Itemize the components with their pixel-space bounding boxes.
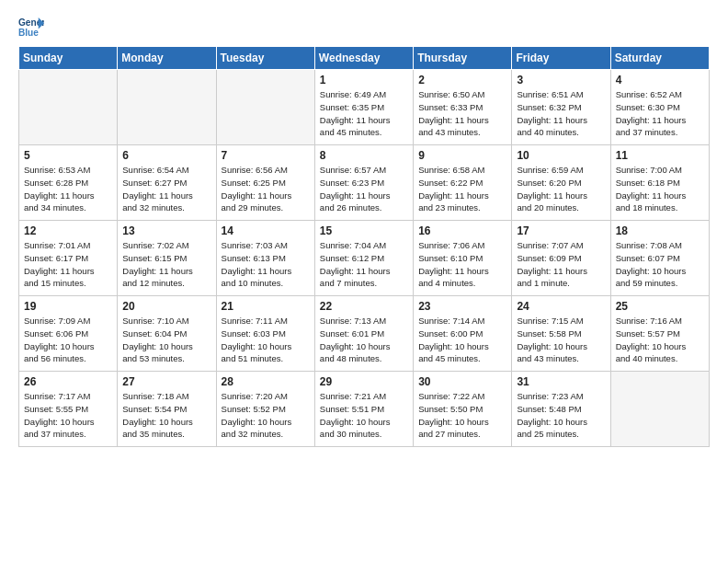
- day-number: 1: [320, 74, 408, 86]
- calendar-cell: 16Sunrise: 7:06 AM Sunset: 6:10 PM Dayli…: [414, 221, 512, 296]
- day-info: Sunrise: 7:13 AM Sunset: 6:01 PM Dayligh…: [320, 315, 408, 365]
- day-number: 17: [517, 224, 605, 237]
- weekday-header-wednesday: Wednesday: [314, 47, 413, 70]
- day-number: 7: [222, 149, 310, 162]
- day-info: Sunrise: 7:14 AM Sunset: 6:00 PM Dayligh…: [418, 315, 506, 365]
- day-info: Sunrise: 7:01 AM Sunset: 6:17 PM Dayligh…: [24, 239, 112, 290]
- calendar-cell: 10Sunrise: 6:59 AM Sunset: 6:20 PM Dayli…: [512, 145, 610, 221]
- weekday-header-tuesday: Tuesday: [216, 47, 314, 70]
- day-info: Sunrise: 7:07 AM Sunset: 6:09 PM Dayligh…: [517, 239, 605, 290]
- calendar-cell: 29Sunrise: 7:21 AM Sunset: 5:51 PM Dayli…: [314, 372, 413, 447]
- day-number: 31: [517, 375, 605, 388]
- day-number: 13: [122, 224, 210, 237]
- day-number: 3: [517, 74, 605, 86]
- week-row-1: 5Sunrise: 6:53 AM Sunset: 6:28 PM Daylig…: [19, 145, 710, 221]
- day-number: 30: [418, 375, 506, 388]
- week-row-0: 1Sunrise: 6:49 AM Sunset: 6:35 PM Daylig…: [19, 70, 710, 145]
- calendar-cell: 7Sunrise: 6:56 AM Sunset: 6:25 PM Daylig…: [216, 145, 314, 221]
- calendar-cell: 23Sunrise: 7:14 AM Sunset: 6:00 PM Dayli…: [414, 296, 512, 372]
- weekday-header-sunday: Sunday: [19, 47, 118, 70]
- day-number: 16: [418, 224, 506, 237]
- day-number: 23: [418, 300, 506, 313]
- calendar-cell: 11Sunrise: 7:00 AM Sunset: 6:18 PM Dayli…: [610, 145, 709, 221]
- day-info: Sunrise: 6:51 AM Sunset: 6:32 PM Dayligh…: [517, 88, 605, 139]
- calendar-cell: 15Sunrise: 7:04 AM Sunset: 6:12 PM Dayli…: [314, 221, 413, 296]
- day-info: Sunrise: 7:22 AM Sunset: 5:50 PM Dayligh…: [418, 390, 506, 441]
- day-info: Sunrise: 6:50 AM Sunset: 6:33 PM Dayligh…: [418, 88, 506, 139]
- weekday-header-thursday: Thursday: [414, 47, 512, 70]
- day-info: Sunrise: 6:49 AM Sunset: 6:35 PM Dayligh…: [320, 88, 408, 139]
- weekday-header-monday: Monday: [118, 47, 216, 70]
- day-info: Sunrise: 6:59 AM Sunset: 6:20 PM Dayligh…: [517, 164, 605, 214]
- calendar-cell: 24Sunrise: 7:15 AM Sunset: 5:58 PM Dayli…: [512, 296, 610, 372]
- weekday-header-row: SundayMondayTuesdayWednesdayThursdayFrid…: [19, 47, 710, 70]
- week-row-4: 26Sunrise: 7:17 AM Sunset: 5:55 PM Dayli…: [19, 372, 710, 447]
- weekday-header-friday: Friday: [512, 47, 610, 70]
- day-number: 8: [320, 149, 408, 162]
- calendar-cell: [216, 70, 314, 145]
- calendar-cell: 26Sunrise: 7:17 AM Sunset: 5:55 PM Dayli…: [19, 372, 118, 447]
- day-number: 27: [122, 375, 210, 388]
- day-number: 19: [24, 300, 112, 313]
- calendar-cell: 2Sunrise: 6:50 AM Sunset: 6:33 PM Daylig…: [414, 70, 512, 145]
- day-info: Sunrise: 7:06 AM Sunset: 6:10 PM Dayligh…: [418, 239, 506, 290]
- calendar-cell: 13Sunrise: 7:02 AM Sunset: 6:15 PM Dayli…: [118, 221, 216, 296]
- day-info: Sunrise: 6:58 AM Sunset: 6:22 PM Dayligh…: [418, 164, 506, 214]
- calendar-cell: 30Sunrise: 7:22 AM Sunset: 5:50 PM Dayli…: [414, 372, 512, 447]
- day-info: Sunrise: 7:00 AM Sunset: 6:18 PM Dayligh…: [616, 164, 704, 214]
- day-info: Sunrise: 7:10 AM Sunset: 6:04 PM Dayligh…: [122, 315, 210, 365]
- calendar-cell: [118, 70, 216, 145]
- day-number: 21: [222, 300, 310, 313]
- calendar-cell: 27Sunrise: 7:18 AM Sunset: 5:54 PM Dayli…: [118, 372, 216, 447]
- day-number: 26: [24, 375, 112, 388]
- day-info: Sunrise: 7:23 AM Sunset: 5:48 PM Dayligh…: [517, 390, 605, 441]
- page-container: General Blue SundayMondayTuesdayWednesda…: [0, 0, 728, 456]
- svg-text:Blue: Blue: [18, 28, 39, 38]
- day-number: 11: [616, 149, 704, 162]
- calendar-cell: 20Sunrise: 7:10 AM Sunset: 6:04 PM Dayli…: [118, 296, 216, 372]
- day-info: Sunrise: 7:20 AM Sunset: 5:52 PM Dayligh…: [222, 390, 310, 441]
- day-number: 25: [616, 300, 704, 313]
- calendar-cell: 14Sunrise: 7:03 AM Sunset: 6:13 PM Dayli…: [216, 221, 314, 296]
- day-number: 12: [24, 224, 112, 237]
- calendar-cell: 22Sunrise: 7:13 AM Sunset: 6:01 PM Dayli…: [314, 296, 413, 372]
- day-info: Sunrise: 6:52 AM Sunset: 6:30 PM Dayligh…: [616, 88, 704, 139]
- week-row-2: 12Sunrise: 7:01 AM Sunset: 6:17 PM Dayli…: [19, 221, 710, 296]
- day-info: Sunrise: 7:02 AM Sunset: 6:15 PM Dayligh…: [122, 239, 210, 290]
- logo-icon: General Blue: [18, 15, 44, 40]
- calendar-cell: 21Sunrise: 7:11 AM Sunset: 6:03 PM Dayli…: [216, 296, 314, 372]
- calendar-cell: 12Sunrise: 7:01 AM Sunset: 6:17 PM Dayli…: [19, 221, 118, 296]
- weekday-header-saturday: Saturday: [610, 47, 709, 70]
- day-number: 22: [320, 300, 408, 313]
- calendar-cell: 4Sunrise: 6:52 AM Sunset: 6:30 PM Daylig…: [610, 70, 709, 145]
- day-info: Sunrise: 7:03 AM Sunset: 6:13 PM Dayligh…: [222, 239, 310, 290]
- day-info: Sunrise: 7:18 AM Sunset: 5:54 PM Dayligh…: [122, 390, 210, 441]
- calendar-cell: 18Sunrise: 7:08 AM Sunset: 6:07 PM Dayli…: [610, 221, 709, 296]
- day-number: 6: [122, 149, 210, 162]
- calendar-table: SundayMondayTuesdayWednesdayThursdayFrid…: [18, 46, 710, 447]
- day-info: Sunrise: 7:17 AM Sunset: 5:55 PM Dayligh…: [24, 390, 112, 441]
- calendar-cell: 3Sunrise: 6:51 AM Sunset: 6:32 PM Daylig…: [512, 70, 610, 145]
- day-number: 20: [122, 300, 210, 313]
- week-row-3: 19Sunrise: 7:09 AM Sunset: 6:06 PM Dayli…: [19, 296, 710, 372]
- logo: General Blue: [18, 15, 44, 40]
- calendar-cell: 25Sunrise: 7:16 AM Sunset: 5:57 PM Dayli…: [610, 296, 709, 372]
- day-number: 5: [24, 149, 112, 162]
- header: General Blue: [18, 15, 710, 40]
- day-number: 10: [517, 149, 605, 162]
- day-info: Sunrise: 7:09 AM Sunset: 6:06 PM Dayligh…: [24, 315, 112, 365]
- day-number: 14: [222, 224, 310, 237]
- day-number: 4: [616, 74, 704, 86]
- day-info: Sunrise: 7:16 AM Sunset: 5:57 PM Dayligh…: [616, 315, 704, 365]
- day-number: 2: [418, 74, 506, 86]
- day-info: Sunrise: 7:21 AM Sunset: 5:51 PM Dayligh…: [320, 390, 408, 441]
- calendar-cell: [610, 372, 709, 447]
- day-info: Sunrise: 6:53 AM Sunset: 6:28 PM Dayligh…: [24, 164, 112, 214]
- calendar-cell: 19Sunrise: 7:09 AM Sunset: 6:06 PM Dayli…: [19, 296, 118, 372]
- calendar-cell: 28Sunrise: 7:20 AM Sunset: 5:52 PM Dayli…: [216, 372, 314, 447]
- day-number: 24: [517, 300, 605, 313]
- day-info: Sunrise: 6:54 AM Sunset: 6:27 PM Dayligh…: [122, 164, 210, 214]
- calendar-cell: 31Sunrise: 7:23 AM Sunset: 5:48 PM Dayli…: [512, 372, 610, 447]
- day-info: Sunrise: 7:11 AM Sunset: 6:03 PM Dayligh…: [222, 315, 310, 365]
- day-info: Sunrise: 7:04 AM Sunset: 6:12 PM Dayligh…: [320, 239, 408, 290]
